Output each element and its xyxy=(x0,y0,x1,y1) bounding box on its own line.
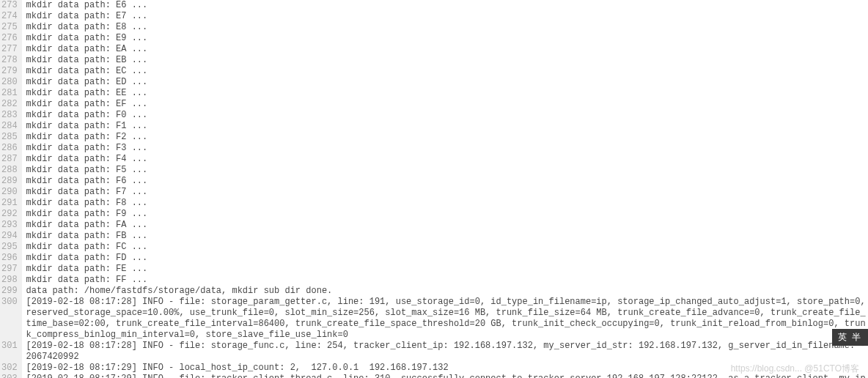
line-number: 297 xyxy=(1,264,18,275)
log-line: mkdir data path: FA ... xyxy=(26,220,868,231)
line-number: 302 xyxy=(1,363,18,374)
log-line: mkdir data path: EA ... xyxy=(26,44,868,55)
log-line: mkdir data path: E8 ... xyxy=(26,22,868,33)
log-line: mkdir data path: EC ... xyxy=(26,66,868,77)
line-number: 284 xyxy=(1,121,18,132)
line-number: 283 xyxy=(1,110,18,121)
log-line: [2019-02-18 08:17:28] INFO - file: stora… xyxy=(26,297,868,341)
log-content[interactable]: mkdir data path: E6 ...mkdir data path: … xyxy=(22,0,868,378)
line-number: 299 xyxy=(1,286,18,297)
log-line: mkdir data path: F5 ... xyxy=(26,165,868,176)
log-line: mkdir data path: F9 ... xyxy=(26,209,868,220)
log-line: mkdir data path: F7 ... xyxy=(26,187,868,198)
line-number: 288 xyxy=(1,165,18,176)
line-number: 280 xyxy=(1,77,18,88)
log-line: mkdir data path: FE ... xyxy=(26,264,868,275)
log-line: mkdir data path: F2 ... xyxy=(26,132,868,143)
line-number: 290 xyxy=(1,187,18,198)
line-number: 282 xyxy=(1,99,18,110)
log-line: mkdir data path: FF ... xyxy=(26,275,868,286)
line-number: 277 xyxy=(1,44,18,55)
log-line: mkdir data path: E9 ... xyxy=(26,33,868,44)
line-number: 293 xyxy=(1,220,18,231)
line-number: 278 xyxy=(1,55,18,66)
line-number: 286 xyxy=(1,143,18,154)
log-line: mkdir data path: ED ... xyxy=(26,77,868,88)
line-number: 289 xyxy=(1,176,18,187)
line-number: 294 xyxy=(1,231,18,242)
line-number-gutter: 2732742752762772782792802812822832842852… xyxy=(0,0,22,378)
line-number: 295 xyxy=(1,242,18,253)
log-line: mkdir data path: F4 ... xyxy=(26,154,868,165)
log-line: mkdir data path: FD ... xyxy=(26,253,868,264)
line-number: 285 xyxy=(1,132,18,143)
line-number: 273 xyxy=(1,0,18,11)
line-number: 287 xyxy=(1,154,18,165)
log-line: mkdir data path: FC ... xyxy=(26,242,868,253)
log-line: mkdir data path: EE ... xyxy=(26,88,868,99)
log-line: mkdir data path: F8 ... xyxy=(26,198,868,209)
line-number: 275 xyxy=(1,22,18,33)
ime-indicator[interactable]: 英 半 xyxy=(832,329,868,346)
line-number: 291 xyxy=(1,198,18,209)
line-number: 274 xyxy=(1,11,18,22)
log-line: mkdir data path: EF ... xyxy=(26,99,868,110)
line-number: 281 xyxy=(1,88,18,99)
log-line: [2019-02-18 08:17:29] INFO - file: track… xyxy=(26,374,868,378)
line-number: 279 xyxy=(1,66,18,77)
log-line: mkdir data path: E6 ... xyxy=(26,0,868,11)
log-line: mkdir data path: E7 ... xyxy=(26,11,868,22)
line-number: 292 xyxy=(1,209,18,220)
log-line: [2019-02-18 08:17:28] INFO - file: stora… xyxy=(26,341,868,363)
line-number: 276 xyxy=(1,33,18,44)
log-line: mkdir data path: F3 ... xyxy=(26,143,868,154)
line-number: 301 xyxy=(1,341,18,363)
log-line: mkdir data path: F0 ... xyxy=(26,110,868,121)
log-line: mkdir data path: F6 ... xyxy=(26,176,868,187)
log-line: mkdir data path: F1 ... xyxy=(26,121,868,132)
log-line: mkdir data path: EB ... xyxy=(26,55,868,66)
line-number: 300 xyxy=(1,297,18,341)
log-line: data path: /home/fastdfs/storage/data, m… xyxy=(26,286,868,297)
log-line: [2019-02-18 08:17:29] INFO - local_host_… xyxy=(26,363,868,374)
line-number: 303 xyxy=(1,374,18,378)
log-line: mkdir data path: FB ... xyxy=(26,231,868,242)
line-number: 298 xyxy=(1,275,18,286)
log-editor: 2732742752762772782792802812822832842852… xyxy=(0,0,868,378)
line-number: 296 xyxy=(1,253,18,264)
